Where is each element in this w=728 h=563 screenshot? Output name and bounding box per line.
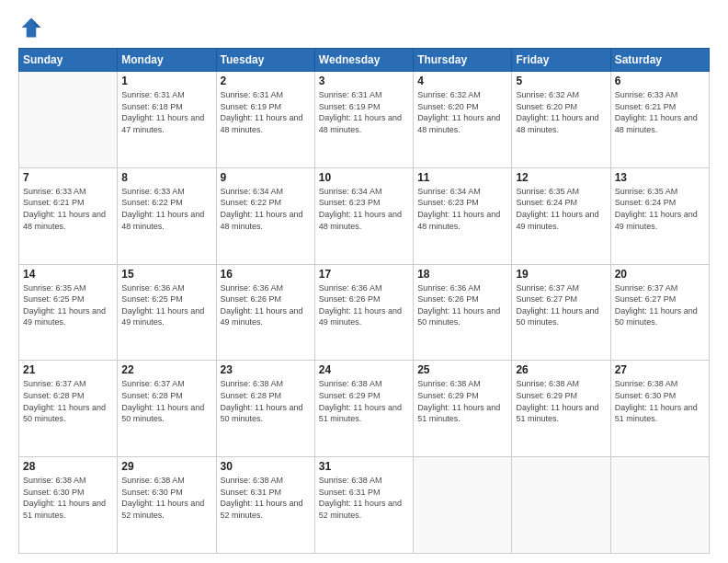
day-number: 14 — [23, 268, 113, 281]
day-info: Sunrise: 6:31 AMSunset: 6:19 PMDaylight:… — [319, 89, 409, 135]
day-info: Sunrise: 6:38 AMSunset: 6:28 PMDaylight:… — [221, 378, 311, 424]
day-number: 15 — [121, 268, 211, 281]
day-number: 8 — [121, 171, 211, 184]
calendar-cell: 4Sunrise: 6:32 AMSunset: 6:20 PMDaylight… — [414, 72, 512, 168]
day-number: 19 — [516, 268, 606, 281]
calendar-cell: 9Sunrise: 6:34 AMSunset: 6:22 PMDaylight… — [216, 167, 314, 264]
day-number: 22 — [121, 363, 211, 376]
day-number: 13 — [615, 171, 705, 184]
day-info: Sunrise: 6:38 AMSunset: 6:31 PMDaylight:… — [319, 475, 409, 521]
calendar-cell: 15Sunrise: 6:36 AMSunset: 6:25 PMDayligh… — [118, 264, 216, 361]
calendar-cell: 3Sunrise: 6:31 AMSunset: 6:19 PMDaylight… — [314, 72, 413, 168]
day-number: 21 — [23, 363, 113, 376]
week-row-1: 1Sunrise: 6:31 AMSunset: 6:18 PMDaylight… — [19, 72, 710, 168]
day-number: 10 — [319, 171, 409, 184]
day-info: Sunrise: 6:38 AMSunset: 6:31 PMDaylight:… — [221, 475, 311, 521]
day-info: Sunrise: 6:36 AMSunset: 6:26 PMDaylight:… — [221, 282, 311, 328]
day-number: 27 — [615, 363, 705, 376]
calendar-cell: 2Sunrise: 6:31 AMSunset: 6:19 PMDaylight… — [216, 72, 314, 168]
day-number: 29 — [121, 460, 211, 473]
day-info: Sunrise: 6:35 AMSunset: 6:24 PMDaylight:… — [615, 186, 705, 232]
calendar-cell: 25Sunrise: 6:38 AMSunset: 6:29 PMDayligh… — [414, 361, 512, 457]
calendar-cell: 18Sunrise: 6:36 AMSunset: 6:26 PMDayligh… — [414, 264, 512, 361]
day-info: Sunrise: 6:38 AMSunset: 6:29 PMDaylight:… — [319, 378, 409, 424]
weekday-friday: Friday — [512, 49, 610, 72]
day-info: Sunrise: 6:38 AMSunset: 6:30 PMDaylight:… — [23, 475, 113, 521]
calendar-cell — [414, 457, 512, 554]
day-info: Sunrise: 6:38 AMSunset: 6:30 PMDaylight:… — [615, 378, 705, 424]
day-number: 26 — [516, 363, 606, 376]
day-number: 6 — [615, 75, 705, 87]
day-info: Sunrise: 6:36 AMSunset: 6:26 PMDaylight:… — [319, 282, 409, 328]
calendar-table: SundayMondayTuesdayWednesdayThursdayFrid… — [18, 48, 710, 554]
day-number: 31 — [319, 460, 409, 473]
day-info: Sunrise: 6:34 AMSunset: 6:22 PMDaylight:… — [221, 186, 311, 232]
logo-icon — [18, 15, 44, 40]
day-info: Sunrise: 6:33 AMSunset: 6:21 PMDaylight:… — [23, 186, 113, 232]
calendar-cell: 22Sunrise: 6:37 AMSunset: 6:28 PMDayligh… — [118, 361, 216, 457]
day-number: 1 — [121, 75, 211, 87]
calendar-cell: 31Sunrise: 6:38 AMSunset: 6:31 PMDayligh… — [314, 457, 413, 554]
weekday-header-row: SundayMondayTuesdayWednesdayThursdayFrid… — [19, 49, 710, 72]
header — [18, 15, 710, 40]
day-number: 11 — [417, 171, 507, 184]
calendar-cell: 24Sunrise: 6:38 AMSunset: 6:29 PMDayligh… — [314, 361, 413, 457]
weekday-thursday: Thursday — [414, 49, 512, 72]
day-number: 7 — [23, 171, 113, 184]
day-info: Sunrise: 6:37 AMSunset: 6:28 PMDaylight:… — [121, 378, 211, 424]
calendar-cell: 8Sunrise: 6:33 AMSunset: 6:22 PMDaylight… — [118, 167, 216, 264]
calendar-cell: 30Sunrise: 6:38 AMSunset: 6:31 PMDayligh… — [216, 457, 314, 554]
day-info: Sunrise: 6:37 AMSunset: 6:27 PMDaylight:… — [615, 282, 705, 328]
day-number: 5 — [516, 75, 606, 87]
calendar-cell: 29Sunrise: 6:38 AMSunset: 6:30 PMDayligh… — [118, 457, 216, 554]
calendar-cell: 5Sunrise: 6:32 AMSunset: 6:20 PMDaylight… — [512, 72, 610, 168]
day-number: 16 — [221, 268, 311, 281]
day-info: Sunrise: 6:38 AMSunset: 6:29 PMDaylight:… — [516, 378, 606, 424]
day-number: 25 — [417, 363, 507, 376]
calendar-cell: 17Sunrise: 6:36 AMSunset: 6:26 PMDayligh… — [314, 264, 413, 361]
day-info: Sunrise: 6:35 AMSunset: 6:25 PMDaylight:… — [23, 282, 113, 328]
day-number: 30 — [221, 460, 311, 473]
day-number: 24 — [319, 363, 409, 376]
calendar-cell: 19Sunrise: 6:37 AMSunset: 6:27 PMDayligh… — [512, 264, 610, 361]
calendar-cell: 20Sunrise: 6:37 AMSunset: 6:27 PMDayligh… — [610, 264, 709, 361]
calendar-cell — [610, 457, 709, 554]
day-info: Sunrise: 6:36 AMSunset: 6:25 PMDaylight:… — [121, 282, 211, 328]
day-info: Sunrise: 6:33 AMSunset: 6:22 PMDaylight:… — [121, 186, 211, 232]
day-number: 12 — [516, 171, 606, 184]
day-info: Sunrise: 6:36 AMSunset: 6:26 PMDaylight:… — [417, 282, 507, 328]
day-number: 2 — [221, 75, 311, 87]
day-number: 17 — [319, 268, 409, 281]
week-row-4: 21Sunrise: 6:37 AMSunset: 6:28 PMDayligh… — [19, 361, 710, 457]
weekday-wednesday: Wednesday — [314, 49, 413, 72]
day-info: Sunrise: 6:31 AMSunset: 6:19 PMDaylight:… — [221, 89, 311, 135]
calendar-cell: 6Sunrise: 6:33 AMSunset: 6:21 PMDaylight… — [610, 72, 709, 168]
day-number: 18 — [417, 268, 507, 281]
calendar-cell: 16Sunrise: 6:36 AMSunset: 6:26 PMDayligh… — [216, 264, 314, 361]
calendar-cell: 13Sunrise: 6:35 AMSunset: 6:24 PMDayligh… — [610, 167, 709, 264]
week-row-5: 28Sunrise: 6:38 AMSunset: 6:30 PMDayligh… — [19, 457, 710, 554]
day-number: 9 — [221, 171, 311, 184]
weekday-monday: Monday — [118, 49, 216, 72]
weekday-tuesday: Tuesday — [216, 49, 314, 72]
day-number: 4 — [417, 75, 507, 87]
day-info: Sunrise: 6:32 AMSunset: 6:20 PMDaylight:… — [516, 89, 606, 135]
calendar-cell: 14Sunrise: 6:35 AMSunset: 6:25 PMDayligh… — [19, 264, 118, 361]
day-number: 23 — [221, 363, 311, 376]
day-info: Sunrise: 6:33 AMSunset: 6:21 PMDaylight:… — [615, 89, 705, 135]
weekday-saturday: Saturday — [610, 49, 709, 72]
logo — [18, 15, 48, 40]
day-info: Sunrise: 6:31 AMSunset: 6:18 PMDaylight:… — [121, 89, 211, 135]
day-info: Sunrise: 6:34 AMSunset: 6:23 PMDaylight:… — [319, 186, 409, 232]
calendar-cell — [512, 457, 610, 554]
calendar-cell: 28Sunrise: 6:38 AMSunset: 6:30 PMDayligh… — [19, 457, 118, 554]
calendar-cell: 21Sunrise: 6:37 AMSunset: 6:28 PMDayligh… — [19, 361, 118, 457]
day-number: 28 — [23, 460, 113, 473]
day-info: Sunrise: 6:38 AMSunset: 6:29 PMDaylight:… — [417, 378, 507, 424]
day-info: Sunrise: 6:32 AMSunset: 6:20 PMDaylight:… — [417, 89, 507, 135]
calendar-cell: 10Sunrise: 6:34 AMSunset: 6:23 PMDayligh… — [314, 167, 413, 264]
day-info: Sunrise: 6:34 AMSunset: 6:23 PMDaylight:… — [417, 186, 507, 232]
day-info: Sunrise: 6:37 AMSunset: 6:27 PMDaylight:… — [516, 282, 606, 328]
day-number: 3 — [319, 75, 409, 87]
day-info: Sunrise: 6:35 AMSunset: 6:24 PMDaylight:… — [516, 186, 606, 232]
